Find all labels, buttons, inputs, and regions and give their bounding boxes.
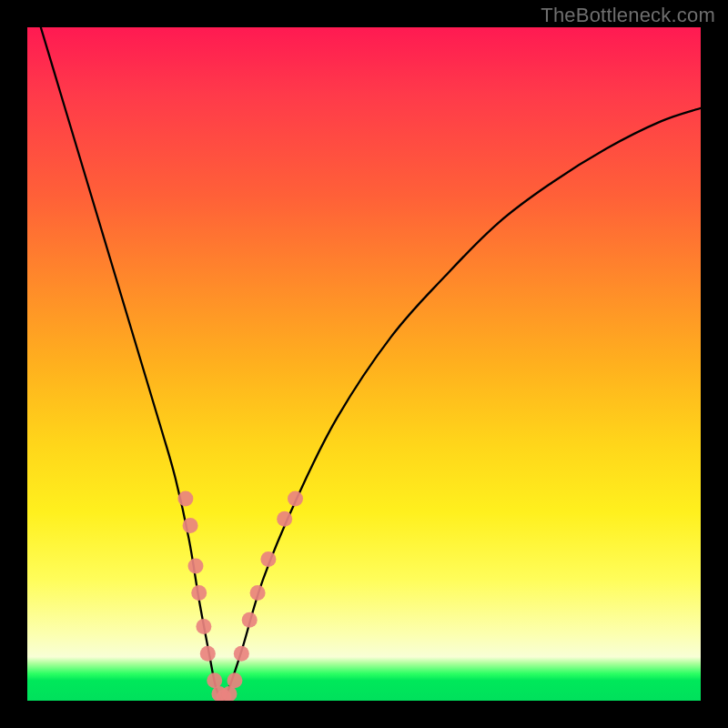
data-marker <box>250 585 266 601</box>
data-marker <box>183 518 198 533</box>
data-markers <box>177 491 303 702</box>
watermark-text: TheBottleneck.com <box>541 4 715 27</box>
data-marker <box>200 646 216 662</box>
curve-svg <box>27 27 701 701</box>
data-marker <box>234 646 249 662</box>
data-marker <box>191 585 207 601</box>
data-marker <box>196 619 211 634</box>
chart-frame: TheBottleneck.com <box>0 0 728 728</box>
data-marker <box>260 551 276 567</box>
data-marker <box>227 672 242 688</box>
data-marker <box>188 559 204 574</box>
data-marker <box>177 491 193 507</box>
plot-area <box>27 27 701 701</box>
data-marker <box>207 672 222 688</box>
data-marker <box>242 612 258 628</box>
data-marker <box>288 491 303 507</box>
bottleneck-curve <box>41 27 701 701</box>
data-marker <box>277 511 292 527</box>
